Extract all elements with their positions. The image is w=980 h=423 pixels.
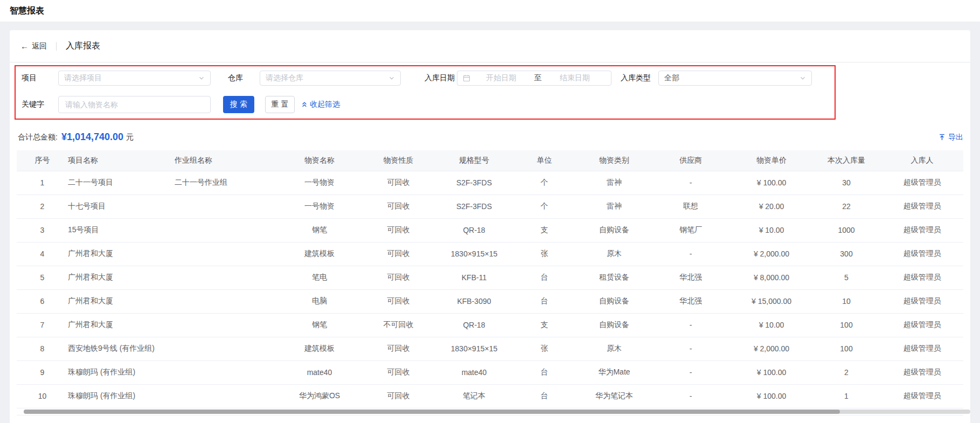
header-divider xyxy=(56,42,57,51)
table-cell: - xyxy=(650,242,731,266)
table-cell: 可回收 xyxy=(359,266,437,289)
filter-panel-highlight: 项目 请选择项目 仓库 请选择仓库 入库日期 开始日期 至 结束日期 入库类型 … xyxy=(15,65,836,120)
table-row: 1二十一号项目二十一号作业组一号物资可回收S2F-3FDS个雷神-¥ 100.0… xyxy=(17,171,963,195)
top-app-bar: 智慧报表 xyxy=(0,0,980,22)
table-cell: 自购设备 xyxy=(578,289,650,313)
date-label: 入库日期 xyxy=(425,73,457,83)
table-row: 315号项目钢笔可回收QR-18支自购设备钢笔厂¥ 10.001000超级管理员 xyxy=(17,218,963,242)
back-button[interactable]: ← 返回 xyxy=(20,41,47,51)
date-range-picker[interactable]: 开始日期 至 结束日期 xyxy=(457,71,611,86)
table-cell: 可回收 xyxy=(359,218,437,242)
project-select[interactable]: 请选择项目 xyxy=(58,71,211,86)
export-icon xyxy=(939,134,946,141)
table-cell: 自购设备 xyxy=(578,313,650,337)
table-cell: 二十一号项目 xyxy=(68,171,175,195)
table-row: 7广州君和大厦钢笔不可回收QR-18支自购设备-¥ 10.00100超级管理员 xyxy=(17,313,963,337)
reset-button[interactable]: 重 置 xyxy=(265,96,295,113)
table-cell: 超级管理员 xyxy=(881,218,963,242)
table-cell: 广州君和大厦 xyxy=(68,313,175,337)
table-cell: 台 xyxy=(511,384,578,408)
table-cell: 4 xyxy=(17,242,68,266)
table-cell: 5 xyxy=(812,266,881,289)
chevron-down-icon xyxy=(198,75,205,81)
col-header: 物资类别 xyxy=(578,150,650,171)
table-cell: QR-18 xyxy=(437,313,511,337)
search-button[interactable]: 搜 索 xyxy=(223,96,254,113)
keyword-label: 关键字 xyxy=(22,100,58,109)
table-cell: 西安地铁9号线 (有作业组) xyxy=(68,337,175,360)
table-cell: 1 xyxy=(812,384,881,408)
warehouse-label: 仓库 xyxy=(228,73,260,83)
app-title: 智慧报表 xyxy=(10,5,44,17)
table-cell: 超级管理员 xyxy=(881,289,963,313)
table-cell: 珠穆朗玛 (有作业组) xyxy=(68,384,175,408)
project-label: 项目 xyxy=(22,73,58,83)
table-cell xyxy=(175,360,280,384)
table-cell: 超级管理员 xyxy=(881,384,963,408)
back-label: 返回 xyxy=(32,41,47,51)
table-cell: ¥ 2,000.00 xyxy=(731,337,812,360)
table-cell: 可回收 xyxy=(359,337,437,360)
export-button[interactable]: 导出 xyxy=(939,133,963,142)
horizontal-scrollbar[interactable] xyxy=(24,410,956,414)
double-chevron-up-icon xyxy=(301,101,308,108)
table-cell: 原木 xyxy=(578,337,650,360)
table-row: 5广州君和大厦笔电可回收KFB-11台租赁设备华北强¥ 8,000.005超级管… xyxy=(17,266,963,289)
table-cell xyxy=(175,289,280,313)
horizontal-scrollbar-thumb[interactable] xyxy=(24,410,840,414)
filter-row-1: 项目 请选择项目 仓库 请选择仓库 入库日期 开始日期 至 结束日期 入库类型 … xyxy=(22,71,835,86)
table-row: 6广州君和大厦电脑可回收KFB-3090台自购设备华北强¥ 15,000.001… xyxy=(17,289,963,313)
total-amount-value: ¥1,014,740.00 xyxy=(61,131,123,143)
inbound-type-select[interactable]: 全部 xyxy=(658,71,812,86)
collapse-filter-link[interactable]: 收起筛选 xyxy=(301,100,340,109)
table-cell: 钢笔 xyxy=(280,313,359,337)
table-cell: 张 xyxy=(511,337,578,360)
table-cell: 台 xyxy=(511,360,578,384)
table-cell: 1000 xyxy=(812,218,881,242)
col-header: 项目名称 xyxy=(68,150,175,171)
table-cell: ¥ 2,000.00 xyxy=(731,242,812,266)
table-cell: ¥ 100.00 xyxy=(731,171,812,195)
table-cell: mate40 xyxy=(280,360,359,384)
table-cell: - xyxy=(650,360,731,384)
table-cell: - xyxy=(650,337,731,360)
table-cell: 一号物资 xyxy=(280,195,359,218)
start-date-placeholder[interactable]: 开始日期 xyxy=(470,73,532,83)
col-header: 规格型号 xyxy=(437,150,511,171)
warehouse-select[interactable]: 请选择仓库 xyxy=(260,71,401,86)
project-select-placeholder: 请选择项目 xyxy=(64,73,102,83)
table-header-row: 序号 项目名称 作业组名称 物资名称 物资性质 规格型号 单位 物资类别 供应商… xyxy=(17,150,963,171)
total-amount-label: 合计总金额: xyxy=(18,133,58,142)
end-date-placeholder[interactable]: 结束日期 xyxy=(544,73,606,83)
table-cell: 超级管理员 xyxy=(881,360,963,384)
table-cell: 1830×915×15 xyxy=(437,242,511,266)
export-label: 导出 xyxy=(948,133,963,142)
table-row: 10珠穆朗玛 (有作业组)华为鸿蒙OS可回收笔记本台华为笔记本-¥ 100.00… xyxy=(17,384,963,408)
chevron-down-icon xyxy=(388,75,395,81)
date-separator: 至 xyxy=(534,73,542,83)
back-arrow-icon: ← xyxy=(20,41,29,51)
table-body: 1二十一号项目二十一号作业组一号物资可回收S2F-3FDS个雷神-¥ 100.0… xyxy=(17,171,963,408)
table-cell: 广州君和大厦 xyxy=(68,242,175,266)
table-cell: 联想 xyxy=(650,195,731,218)
table-cell: ¥ 100.00 xyxy=(731,360,812,384)
table-cell: 8 xyxy=(17,337,68,360)
table-cell xyxy=(175,337,280,360)
table-cell: KFB-11 xyxy=(437,266,511,289)
table-cell: 100 xyxy=(812,313,881,337)
keyword-input[interactable] xyxy=(58,96,211,113)
col-header: 作业组名称 xyxy=(175,150,280,171)
table-cell: 15号项目 xyxy=(68,218,175,242)
col-header: 物资名称 xyxy=(280,150,359,171)
table-cell: QR-18 xyxy=(437,218,511,242)
table-cell: ¥ 8,000.00 xyxy=(731,266,812,289)
table-cell: 5 xyxy=(17,266,68,289)
table-cell: S2F-3FDS xyxy=(437,171,511,195)
table-cell: 30 xyxy=(812,171,881,195)
table-cell: 电脑 xyxy=(280,289,359,313)
table-cell: 二十一号作业组 xyxy=(175,171,280,195)
table-row: 2十七号项目一号物资可回收S2F-3FDS个雷神联想¥ 20.0022超级管理员 xyxy=(17,195,963,218)
collapse-filter-label: 收起筛选 xyxy=(310,100,340,109)
table-cell: mate40 xyxy=(437,360,511,384)
table-cell: 可回收 xyxy=(359,289,437,313)
